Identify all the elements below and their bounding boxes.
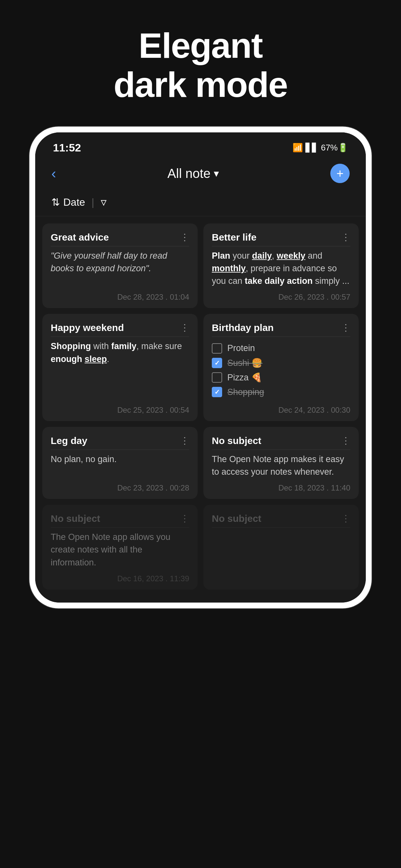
sort-label: Date: [63, 196, 85, 208]
phone-screen: 11:52 📶 ▋▋ 67%🔋 ‹ All note ▾ + ⇅ Date | …: [35, 132, 366, 602]
checklist-item[interactable]: Sushi 🍔: [212, 357, 350, 369]
note-card-no-subject-right[interactable]: No subject ⋮ The Open Note app makes it …: [204, 427, 359, 499]
note-body: Shopping with family, make sure enough s…: [51, 340, 189, 400]
note-menu-icon[interactable]: ⋮: [341, 232, 350, 243]
note-menu-icon[interactable]: ⋮: [180, 513, 189, 524]
note-body: No plan, no gain.: [51, 453, 189, 478]
note-date: Dec 18, 2023 . 11:40: [212, 484, 350, 492]
note-body: The Open Note app allows you create note…: [51, 531, 189, 569]
sort-icon: ⇅: [51, 196, 60, 208]
note-title: No subject: [51, 513, 100, 524]
checkbox-shopping[interactable]: [212, 387, 222, 397]
note-header: Birthday plan ⋮: [212, 322, 350, 337]
checklist-label: Shopping: [227, 386, 264, 399]
note-menu-icon[interactable]: ⋮: [180, 435, 189, 446]
note-header: No subject ⋮: [212, 435, 350, 450]
top-nav: ‹ All note ▾ +: [35, 157, 366, 192]
note-body: [212, 531, 350, 583]
note-body: The Open Note app makes it easy to acces…: [212, 453, 350, 478]
note-title: Leg day: [51, 435, 87, 446]
note-date: Dec 23, 2023 . 00:28: [51, 484, 189, 492]
note-menu-icon[interactable]: ⋮: [341, 513, 350, 524]
chevron-down-icon: ▾: [214, 167, 219, 180]
note-header: Great advice ⋮: [51, 232, 189, 246]
note-header: No subject ⋮: [51, 513, 189, 528]
filter-separator: |: [92, 196, 94, 208]
battery-indicator: 67%🔋: [321, 143, 348, 153]
nav-title-area[interactable]: All note ▾: [167, 166, 219, 181]
note-card-no-subject-left[interactable]: No subject ⋮ The Open Note app allows yo…: [42, 505, 197, 589]
status-bar: 11:52 📶 ▋▋ 67%🔋: [35, 132, 366, 157]
add-note-button[interactable]: +: [330, 164, 350, 183]
status-time: 11:52: [53, 142, 81, 154]
note-card-happy-weekend[interactable]: Happy weekend ⋮ Shopping with family, ma…: [42, 314, 197, 421]
signal-bars: ▋▋: [305, 143, 318, 153]
back-button[interactable]: ‹: [51, 165, 56, 182]
note-date: Dec 28, 2023 . 01:04: [51, 292, 189, 302]
note-card-no-subject-bottom[interactable]: No subject ⋮: [204, 505, 359, 589]
note-date: Dec 16, 2023 . 11:39: [51, 574, 189, 583]
note-title: No subject: [212, 435, 261, 446]
hero-title: Elegant dark mode: [114, 26, 287, 104]
wifi-icon: 📶: [292, 143, 303, 153]
note-date: Dec 25, 2023 . 00:54: [51, 406, 189, 414]
checklist-label: Protein: [227, 342, 255, 354]
note-header: Better life ⋮: [212, 232, 350, 246]
checkbox-protein[interactable]: [212, 343, 222, 353]
note-title: No subject: [212, 513, 261, 524]
checkbox-pizza[interactable]: [212, 372, 222, 383]
note-menu-icon[interactable]: ⋮: [180, 232, 189, 243]
note-card-great-advice[interactable]: Great advice ⋮ "Give yourself half day t…: [42, 223, 197, 308]
note-body: "Give yourself half day to read books to…: [51, 250, 189, 287]
note-date: Dec 24, 2023 . 00:30: [212, 406, 350, 414]
note-date: Dec 26, 2023 . 00:57: [212, 292, 350, 302]
checklist-item[interactable]: Protein: [212, 342, 350, 354]
checkbox-sushi[interactable]: [212, 358, 222, 368]
note-body: Protein Sushi 🍔 Pizza 🍕 Shopping: [212, 340, 350, 400]
note-body: Plan your daily, weekly and monthly, pre…: [212, 250, 350, 287]
note-menu-icon[interactable]: ⋮: [341, 435, 350, 446]
filter-button[interactable]: ▿: [101, 195, 106, 209]
note-header: Leg day ⋮: [51, 435, 189, 450]
note-card-birthday-plan[interactable]: Birthday plan ⋮ Protein Sushi 🍔 Pizza 🍕: [204, 314, 359, 421]
checklist-label: Sushi 🍔: [227, 357, 263, 369]
status-icons: 📶 ▋▋ 67%🔋: [292, 143, 348, 153]
note-title: Birthday plan: [212, 322, 274, 333]
note-title: Better life: [212, 232, 256, 243]
checklist-label: Pizza 🍕: [227, 371, 262, 384]
checklist-item[interactable]: Pizza 🍕: [212, 371, 350, 384]
note-menu-icon[interactable]: ⋮: [341, 322, 350, 333]
checklist-item[interactable]: Shopping: [212, 386, 350, 399]
note-header: No subject ⋮: [212, 513, 350, 528]
filter-bar: ⇅ Date | ▿: [35, 192, 366, 216]
note-title: Happy weekend: [51, 322, 124, 333]
notes-grid: Great advice ⋮ "Give yourself half day t…: [35, 216, 366, 602]
note-header: Happy weekend ⋮: [51, 322, 189, 337]
phone-frame: 11:52 📶 ▋▋ 67%🔋 ‹ All note ▾ + ⇅ Date | …: [29, 127, 372, 609]
nav-title-text: All note: [167, 166, 211, 181]
note-card-leg-day[interactable]: Leg day ⋮ No plan, no gain. Dec 23, 2023…: [42, 427, 197, 499]
note-menu-icon[interactable]: ⋮: [180, 322, 189, 333]
note-title: Great advice: [51, 232, 109, 243]
sort-button[interactable]: ⇅ Date: [51, 196, 85, 208]
note-card-better-life[interactable]: Better life ⋮ Plan your daily, weekly an…: [204, 223, 359, 308]
